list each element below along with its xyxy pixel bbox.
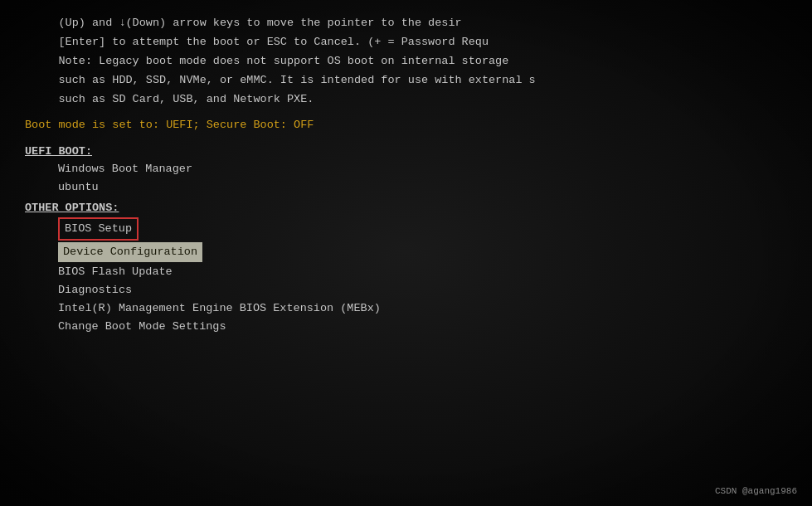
instruction-line-4: such as HDD, SSD, NVMe, or eMMC. It is i… bbox=[25, 72, 787, 90]
uefi-boot-header: UEFI BOOT: bbox=[25, 143, 787, 161]
bios-setup-row[interactable]: BIOS Setup bbox=[25, 217, 787, 241]
diagnostics-option[interactable]: Diagnostics bbox=[58, 284, 132, 296]
boot-item-windows[interactable]: Windows Boot Manager bbox=[25, 160, 787, 178]
device-config-option[interactable]: Device Configuration bbox=[58, 242, 202, 262]
change-boot-row[interactable]: Change Boot Mode Settings bbox=[25, 318, 787, 336]
boot-item-ubuntu[interactable]: ubuntu bbox=[25, 178, 787, 197]
boot-mode-text: Boot mode is set to: UEFI; Secure Boot: … bbox=[25, 119, 314, 131]
bios-flash-option[interactable]: BIOS Flash Update bbox=[58, 265, 173, 278]
instruction-line-2: [Enter] to attempt the boot or ESC to Ca… bbox=[25, 34, 787, 51]
bios-flash-row[interactable]: BIOS Flash Update bbox=[25, 263, 787, 281]
boot-mode-status: Boot mode is set to: UEFI; Secure Boot: … bbox=[25, 117, 787, 134]
bios-content: (Up) and ↓(Down) arrow keys to move the … bbox=[25, 15, 787, 337]
watermark: CSDN @agang1986 bbox=[715, 486, 797, 496]
mebx-row[interactable]: Intel(R) Management Engine BIOS Extensio… bbox=[25, 299, 787, 318]
instruction-line-1: (Up) and ↓(Down) arrow keys to move the … bbox=[25, 15, 787, 32]
instruction-line-5: such as SD Card, USB, and Network PXE. bbox=[25, 91, 787, 109]
change-boot-option[interactable]: Change Boot Mode Settings bbox=[58, 320, 226, 333]
mebx-option[interactable]: Intel(R) Management Engine BIOS Extensio… bbox=[58, 302, 381, 314]
bios-setup-option[interactable]: BIOS Setup bbox=[58, 217, 139, 241]
bios-boot-screen: (Up) and ↓(Down) arrow keys to move the … bbox=[0, 0, 812, 506]
instruction-line-3: Note: Legacy boot mode does not support … bbox=[25, 53, 787, 71]
device-config-row[interactable]: Device Configuration bbox=[25, 241, 787, 262]
other-options-header: OTHER OPTIONS: bbox=[25, 199, 787, 217]
diagnostics-row[interactable]: Diagnostics bbox=[25, 281, 787, 299]
